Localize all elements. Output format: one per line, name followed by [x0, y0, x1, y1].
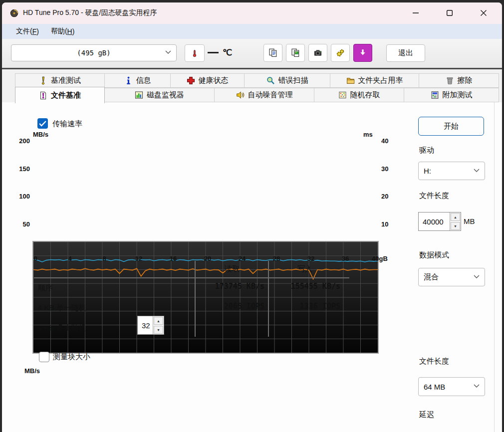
transfer-rate-checkbox[interactable]: [37, 118, 48, 129]
tab-strip: 基准测试 信息 健康状态 错误扫描 文件夹占用率 擦除: [2, 69, 502, 102]
drive-select-dropdown[interactable]: (495 gB): [11, 44, 177, 61]
col-header-write: 写入: [297, 264, 312, 274]
file-length-label: 文件长度: [419, 191, 449, 201]
check-icon: [37, 118, 48, 129]
queue-depth-up-button[interactable]: ▲: [154, 317, 163, 325]
main-chart-ylabel-right: ms: [363, 131, 373, 138]
panel-edge-line: [494, 102, 495, 432]
chevron-down-icon: [165, 50, 171, 54]
exit-button[interactable]: 退出: [386, 44, 425, 62]
drive-dropdown[interactable]: H:: [418, 162, 485, 180]
file-length-value: 40000: [419, 213, 450, 230]
copy-text-button[interactable]: [263, 44, 282, 62]
axis-tick-label: 4: [57, 255, 83, 262]
menu-file[interactable]: 文件(F): [2, 24, 45, 39]
transfer-rate-label: 传输速率: [52, 119, 82, 129]
copy-image-button[interactable]: [286, 44, 305, 62]
table-vline-1: [195, 261, 196, 337]
main-chart-ylabel-left: MB/s: [33, 131, 48, 138]
tab-extra-tests[interactable]: 附加测试: [404, 88, 499, 102]
trash-icon: [446, 76, 454, 85]
temperature-button[interactable]: [185, 44, 205, 62]
file-length-spinner[interactable]: 40000 ▲ ▼: [418, 212, 461, 231]
gears-icon: [336, 48, 345, 57]
queue-depth-down-button[interactable]: ▼: [154, 326, 163, 334]
screenshot-button[interactable]: [308, 44, 327, 62]
row-label-sequential: 顺序: [38, 283, 53, 293]
download-arrow-icon: [358, 48, 367, 57]
axis-tick-label: 12: [126, 255, 152, 262]
data-mode-dropdown[interactable]: 混合: [418, 268, 485, 286]
4k-single-read-value: 2065 IOPS: [200, 302, 264, 311]
magnifier-icon: [266, 76, 275, 85]
axis-tick-label: 10: [381, 220, 396, 228]
axis-tick-label: 36: [332, 255, 358, 262]
close-icon: [481, 10, 487, 16]
axis-tick-label: 20: [381, 193, 396, 200]
sequential-write-value: 155455 KB/s: [275, 282, 340, 291]
data-mode-label: 数据模式: [419, 250, 449, 260]
axis-tick-label: 50: [10, 220, 30, 228]
tab-aam[interactable]: 自动噪音管理: [215, 88, 314, 102]
axis-tick-label: 40gB: [367, 255, 393, 262]
tab-random-access[interactable]: 随机存取: [314, 88, 404, 102]
axis-tick-label: 40: [381, 137, 396, 145]
row-label-4k-single: 4 KB 单一随机: [38, 303, 86, 313]
file-benchmark-panel: 传输速率 MB/s ms 20015010050 40302010 048121…: [2, 102, 502, 432]
calculator-icon: [431, 91, 439, 99]
file-length-unit: MB: [464, 217, 475, 225]
4k-single-write-value: 1336 IOPS: [275, 302, 340, 311]
menu-help[interactable]: 帮助(H): [45, 24, 80, 39]
axis-tick-label: 28: [263, 255, 289, 262]
axis-tick-label: 30: [381, 165, 396, 173]
axis-tick-label: 150: [10, 165, 30, 173]
tab-file-benchmark[interactable]: 文件基准: [15, 87, 105, 103]
row-label-4k-multi: 4 KB 多重随机: [38, 323, 86, 333]
save-results-button[interactable]: [353, 44, 372, 62]
window-title: HD Tune Pro 5.70 - 硬盘/固态硬盘实用程序: [23, 8, 157, 17]
tab-health[interactable]: 健康状态: [171, 73, 245, 88]
queue-depth-value: 32: [138, 316, 153, 334]
block-file-length-label: 文件长度: [419, 357, 449, 366]
axis-tick-label: 200: [10, 137, 30, 145]
axis-tick-label: 32: [298, 255, 324, 262]
axis-tick-label: 8: [91, 255, 117, 262]
mini-chart-ylabel: MB/s: [24, 367, 40, 375]
tab-folder-usage[interactable]: 文件夹占用率: [330, 73, 419, 88]
settings-button[interactable]: [331, 44, 350, 62]
maximize-button[interactable]: [438, 5, 461, 20]
minimize-icon: [413, 10, 419, 16]
axis-tick-label: 20: [195, 255, 221, 262]
start-button[interactable]: 开始: [418, 117, 484, 136]
col-header-read: 读取: [225, 264, 240, 274]
close-button[interactable]: [472, 5, 495, 20]
tab-erase[interactable]: 擦除: [419, 73, 499, 88]
exclamation-icon: [39, 76, 47, 85]
latency-label: 延迟: [419, 410, 434, 420]
menu-bar: 文件(F) 帮助(H): [2, 24, 502, 39]
tab-disk-monitor[interactable]: 磁盘监视器: [105, 88, 215, 102]
chevron-down-icon: [474, 169, 480, 173]
tab-error-scan[interactable]: 错误扫描: [245, 73, 330, 88]
axis-tick-label: 100: [10, 193, 30, 200]
speaker-icon: [236, 91, 245, 99]
health-cross-icon: [187, 76, 195, 85]
camera-icon: [313, 48, 322, 57]
table-vline-2: [268, 261, 269, 337]
chevron-down-icon: [474, 384, 480, 388]
sequential-read-value: 173745 KB/s: [200, 282, 264, 291]
file-length-down-button[interactable]: ▼: [451, 222, 460, 230]
queue-depth-spinner[interactable]: 32 ▲ ▼: [137, 316, 164, 335]
disk-monitor-icon: [135, 91, 143, 99]
minimize-button[interactable]: [404, 5, 427, 20]
tab-benchmark[interactable]: 基准测试: [15, 73, 105, 88]
tab-info[interactable]: 信息: [105, 73, 171, 88]
block-file-length-dropdown[interactable]: 64 MB: [418, 377, 485, 396]
thermometer-icon: [191, 49, 199, 57]
block-size-checkbox[interactable]: [39, 352, 49, 362]
block-size-label: 测量块大小: [53, 352, 90, 362]
file-length-up-button[interactable]: ▲: [451, 213, 460, 221]
copy-text-icon: [268, 48, 277, 57]
axis-tick-label: 24: [229, 255, 255, 262]
info-icon: [124, 76, 133, 85]
